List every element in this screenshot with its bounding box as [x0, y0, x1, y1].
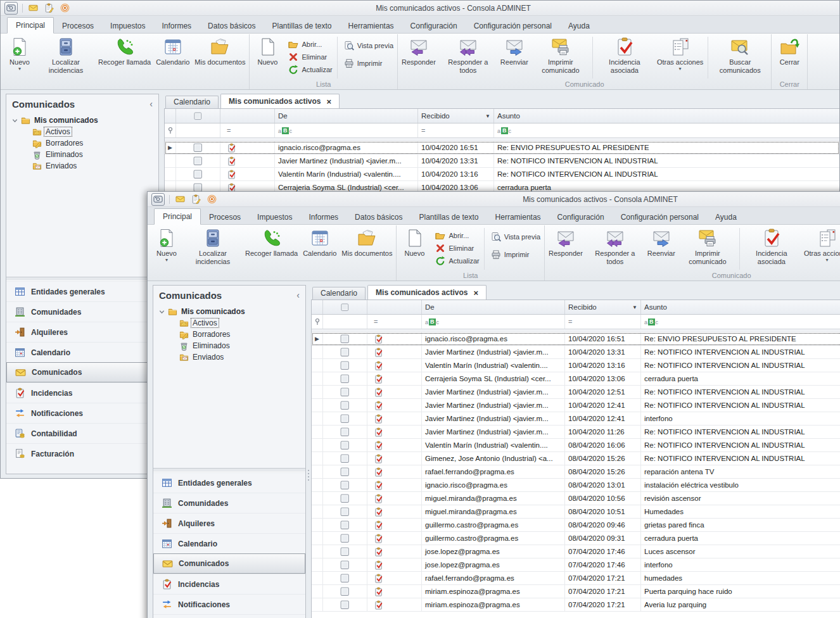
- nav-overflow-chevron[interactable]: ▾: [6, 464, 158, 474]
- table-row[interactable]: guillermo.castro@pragma.es08/04/2020 09:…: [312, 532, 840, 545]
- nav-item-facturacion[interactable]: Facturación: [6, 443, 158, 464]
- nav-item-calendario[interactable]: Calendario: [153, 533, 305, 553]
- tree-item-borradores[interactable]: Borradores: [158, 329, 305, 340]
- ribbon-button-reenviar[interactable]: Reenviar: [498, 35, 531, 66]
- ribbon-tab-informes[interactable]: Informes: [153, 18, 200, 34]
- filter-cell-checkbox[interactable]: [176, 123, 220, 137]
- ribbon-button-actualizar[interactable]: Actualizar: [435, 256, 479, 266]
- ribbon-button-incidencia-asociada[interactable]: Incidencia asociada: [742, 226, 801, 265]
- table-row[interactable]: Valentín Marín (Industrial) <valentin...…: [165, 168, 839, 181]
- document-tab-mis-comunicados-activos[interactable]: Mis comunicados activos×: [367, 285, 487, 300]
- tasks-icon[interactable]: [190, 194, 202, 205]
- checkbox-icon[interactable]: [340, 388, 350, 397]
- nav-item-comunicados[interactable]: Comunicados: [6, 362, 158, 382]
- ribbon-button-calendario[interactable]: Calendario: [300, 226, 339, 258]
- checkbox-icon[interactable]: [340, 361, 350, 370]
- nav-item-comunicados[interactable]: Comunicados: [153, 553, 305, 574]
- nav-item-comunidades[interactable]: Comunidades: [153, 493, 305, 513]
- table-row[interactable]: Valentín Marín (Industrial) <valentin...…: [312, 439, 840, 452]
- ribbon-button-responder-a-todos[interactable]: Responder a todos: [585, 226, 645, 265]
- checkbox-icon[interactable]: [341, 303, 349, 312]
- table-row[interactable]: Javier Martinez (Industrial) <javier.m..…: [165, 154, 839, 168]
- checkbox-icon[interactable]: [193, 170, 203, 179]
- ribbon-button-recoger-llamada[interactable]: Recoger llamada: [243, 226, 300, 258]
- broadcast-icon[interactable]: [59, 3, 71, 14]
- ribbon-button-nuevo[interactable]: Nuevo: [398, 226, 431, 258]
- sidebar-splitter[interactable]: [153, 468, 305, 472]
- checkbox-icon[interactable]: [340, 547, 350, 557]
- ribbon-button-vista-previa[interactable]: Vista previa: [491, 232, 540, 242]
- tasks-icon[interactable]: [43, 3, 55, 14]
- collapse-sidebar-button[interactable]: ‹: [296, 290, 300, 300]
- table-row[interactable]: jose.lopez@pragma.es07/04/2020 17:46inte…: [312, 558, 840, 572]
- close-tab-icon[interactable]: ×: [473, 289, 478, 297]
- ribbon-tab-configuracion[interactable]: Configuración: [549, 210, 613, 225]
- nav-item-alquileres[interactable]: Alquileres: [6, 322, 158, 342]
- ribbon-button-recoger-llamada[interactable]: Recoger llamada: [96, 35, 153, 66]
- table-row[interactable]: rafael.ferrando@pragma.es07/04/2020 17:2…: [312, 572, 840, 585]
- nav-item-contabilidad[interactable]: Contabilidad: [6, 423, 158, 443]
- ribbon-button-buscar-comunicados[interactable]: Buscar comunicados: [710, 35, 770, 74]
- table-row[interactable]: Cerrajeria Soyma SL (Industrial) <cer...…: [312, 372, 840, 386]
- ribbon-button-nuevo[interactable]: Nuevo▾: [150, 226, 183, 262]
- checkbox-icon[interactable]: [194, 112, 202, 120]
- nav-item-comunidades[interactable]: Comunidades: [6, 301, 158, 322]
- checkbox-icon[interactable]: [340, 374, 350, 384]
- ribbon-button-imprimir-comunicado[interactable]: Imprimir comunicado: [531, 35, 590, 74]
- checkbox-icon[interactable]: [340, 401, 350, 410]
- ribbon-tab-principal[interactable]: Principal: [7, 17, 54, 34]
- table-row[interactable]: miguel.miranda@pragma.es08/04/2020 10:51…: [312, 505, 840, 519]
- ribbon-tab-herramientas[interactable]: Herramientas: [340, 18, 402, 34]
- ribbon-button-responder[interactable]: Responder: [399, 35, 438, 66]
- ribbon-tab-informes[interactable]: Informes: [300, 210, 347, 225]
- header-cell-de[interactable]: De: [422, 300, 565, 314]
- tree-item-activos[interactable]: Activos: [11, 126, 158, 137]
- ribbon-tab-ayuda[interactable]: Ayuda: [707, 210, 745, 225]
- table-row[interactable]: Javier Martinez (Industrial) <javier.m..…: [312, 386, 840, 399]
- ribbon-tab-configuracion-personal[interactable]: Configuración personal: [613, 210, 707, 225]
- sort-desc-icon[interactable]: ▼: [485, 113, 490, 119]
- ribbon-tab-plantillas-de-texto[interactable]: Plantillas de texto: [264, 18, 340, 34]
- checkbox-icon[interactable]: [340, 534, 350, 543]
- broadcast-icon[interactable]: [206, 194, 218, 205]
- filter-cell-checkbox[interactable]: [323, 315, 367, 329]
- ribbon-tab-procesos[interactable]: Procesos: [201, 210, 249, 225]
- table-row[interactable]: miriam.espinoza@pragma.es07/04/2020 17:2…: [312, 585, 840, 598]
- checkbox-icon[interactable]: [340, 441, 350, 450]
- ribbon-tab-plantillas-de-texto[interactable]: Plantillas de texto: [410, 210, 487, 225]
- filter-cell-de[interactable]: aBc: [422, 315, 565, 329]
- ribbon-tab-herramientas[interactable]: Herramientas: [487, 210, 549, 225]
- table-row[interactable]: ▶ignacio.risco@pragma.es10/04/2020 16:51…: [312, 332, 840, 346]
- close-tab-icon[interactable]: ×: [326, 98, 331, 106]
- filter-cell-asunto[interactable]: aBc: [494, 123, 839, 137]
- panel-splitter-grip[interactable]: [306, 285, 311, 618]
- ribbon-button-abrir[interactable]: Abrir...: [288, 39, 332, 49]
- header-cell-recibido[interactable]: Recibido▼: [418, 109, 494, 123]
- nav-item-entidades-generales[interactable]: Entidades generales: [6, 281, 158, 301]
- ribbon-tab-configuracion[interactable]: Configuración: [402, 18, 466, 34]
- table-row[interactable]: rafael.ferrando@pragma.es08/04/2020 15:2…: [312, 465, 840, 479]
- table-row[interactable]: ignacio.risco@pragma.es08/04/2020 13:01i…: [312, 479, 840, 492]
- checkbox-icon[interactable]: [340, 494, 350, 503]
- header-cell-recibido[interactable]: Recibido▼: [565, 300, 641, 314]
- tree-item-mis-comunicados[interactable]: Mis comunicados: [11, 115, 158, 126]
- tree-item-activos[interactable]: Activos: [158, 317, 305, 329]
- ribbon-button-otras-acciones[interactable]: Otras acciones▾: [801, 226, 840, 262]
- header-cell-de[interactable]: De: [275, 109, 418, 123]
- filter-cell-icon[interactable]: =: [220, 123, 275, 137]
- tree-item-mis-comunicados[interactable]: Mis comunicados: [158, 306, 305, 317]
- ribbon-button-mis-documentos[interactable]: Mis documentos: [192, 35, 248, 66]
- checkbox-icon[interactable]: [340, 587, 350, 596]
- ribbon-button-imprimir[interactable]: Imprimir: [491, 249, 540, 260]
- ribbon-button-calendario[interactable]: Calendario: [153, 35, 192, 66]
- tree-item-borradores[interactable]: Borradores: [11, 137, 158, 149]
- checkbox-icon[interactable]: [340, 427, 350, 437]
- tree-item-eliminados[interactable]: Eliminados: [158, 340, 305, 351]
- ribbon-button-eliminar[interactable]: Eliminar: [435, 243, 479, 253]
- table-row[interactable]: jose.lopez@pragma.es07/04/2020 17:46Luce…: [312, 545, 840, 558]
- table-row[interactable]: miguel.miranda@pragma.es08/04/2020 10:56…: [312, 492, 840, 505]
- filter-cell-asunto[interactable]: aBc: [641, 315, 840, 329]
- ribbon-button-nuevo[interactable]: Nuevo▾: [3, 35, 36, 71]
- new-mail-icon[interactable]: [27, 3, 39, 14]
- new-mail-icon[interactable]: [174, 194, 186, 205]
